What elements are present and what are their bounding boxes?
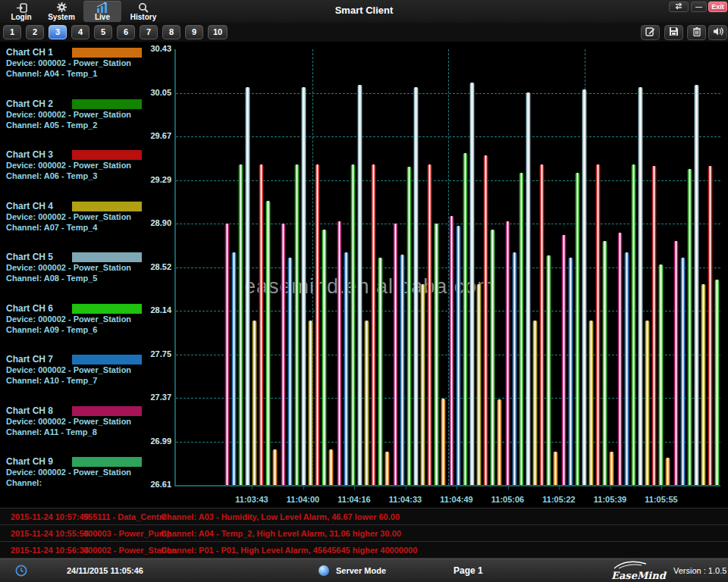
y-tick-label: 28.90 [120, 218, 171, 227]
x-tick-mark [406, 487, 406, 490]
bar-orange [665, 458, 670, 485]
gear-icon [56, 2, 67, 13]
page-tab-3[interactable]: 3 [49, 25, 67, 39]
bar-lightsteel [582, 89, 587, 485]
bar-palegreen [265, 201, 271, 485]
bar-crimson [505, 221, 510, 485]
status-bar: 24/11/2015 11:05:46 Server Mode Page 1 E… [0, 559, 728, 582]
page-tab-10[interactable]: 10 [208, 25, 228, 39]
version-label: Version : 1.0.5 [673, 566, 726, 575]
y-tick-label: 30.43 [120, 44, 171, 53]
delete-button[interactable] [687, 25, 706, 40]
page-tab-9[interactable]: 9 [185, 25, 203, 39]
channel-legend-2[interactable]: Chart CH 2Device: 000002 - Power_Station… [6, 99, 173, 130]
page-tab-7[interactable]: 7 [140, 25, 158, 39]
channel-legend-8[interactable]: Chart CH 8Device: 000002 - Power_Station… [6, 405, 173, 437]
exit-button[interactable]: Exit [708, 2, 727, 12]
brand-logo: EaseMind [611, 561, 670, 581]
bar-red [315, 164, 320, 485]
alarm-device: 555111 - Data_Centre [83, 512, 167, 521]
page-tab-8[interactable]: 8 [162, 25, 180, 39]
bar-olive [252, 321, 257, 485]
bar-red [708, 166, 713, 485]
bar-olive [476, 284, 482, 485]
bar-orange [553, 452, 558, 485]
alarm-row-2[interactable]: 2015-11-24 10:55:56000003 - Power_PumpCh… [0, 525, 728, 542]
channel-device: Device: 000002 - Power_Station [6, 314, 173, 324]
channel-device: Device: 000002 - Power_Station [6, 467, 173, 477]
magnifier-icon [138, 2, 149, 13]
bar-orange [609, 452, 614, 485]
clock-icon [15, 565, 27, 578]
bar-blue [287, 258, 293, 485]
page-tab-6[interactable]: 6 [117, 25, 135, 39]
channel-title: Chart CH 1 [6, 47, 53, 58]
y-tick-label: 27.37 [120, 393, 171, 402]
bar-crimson [617, 233, 623, 485]
alarm-message: Channel: A04 - Temp_2, High Level Alarm,… [161, 529, 401, 538]
y-tick-label: 29.67 [120, 131, 171, 140]
bar-palegreen [546, 255, 551, 485]
channel-channel: Channel: A11 - Temp_8 [6, 427, 173, 437]
edit-icon [645, 26, 655, 39]
channel-legend-4[interactable]: Chart CH 4Device: 000002 - Power_Station… [6, 201, 173, 233]
bar-crimson [561, 235, 566, 485]
login-label: Login [11, 13, 31, 21]
bar-green [575, 173, 580, 485]
bar-green [350, 164, 356, 485]
page-tab-1[interactable]: 1 [3, 25, 21, 39]
alarm-row-3[interactable]: 2015-11-24 10:56:34000002 - Power_Statio… [0, 542, 728, 559]
history-button[interactable]: History [124, 1, 162, 22]
bar-crimson [449, 216, 454, 485]
bar-green [238, 164, 243, 485]
bar-red [371, 164, 376, 485]
speaker-icon [713, 26, 723, 39]
channel-title: Chart CH 3 [6, 149, 53, 160]
smart-client-window: Login System Live History Smart Client [0, 0, 728, 582]
bar-crimson [393, 224, 398, 485]
x-tick-mark [610, 487, 611, 490]
bar-lightsteel [526, 92, 531, 485]
y-tick-label: 29.29 [120, 175, 171, 184]
chart-panel: easemind.en.alibaba.com Chart CH 1Device… [0, 42, 728, 508]
channel-channel: Channel: A04 - Temp_1 [6, 68, 173, 79]
page-tab-5[interactable]: 5 [94, 25, 112, 39]
channel-color-swatch [72, 150, 142, 160]
system-button[interactable]: System [44, 1, 79, 22]
bar-olive [308, 321, 313, 485]
bar-blue [680, 258, 686, 485]
channel-title: Chart CH 9 [6, 456, 53, 467]
bar-green [687, 169, 692, 485]
bar-lightsteel [413, 87, 419, 485]
channel-channel: Channel: A09 - Temp_6 [6, 324, 173, 335]
page-tabs: 12345678910 [0, 23, 728, 42]
edit-button[interactable] [641, 25, 660, 40]
channel-color-swatch [72, 406, 142, 416]
x-axis-line [174, 485, 720, 487]
live-label: Live [95, 13, 110, 21]
x-tick-mark [252, 487, 253, 490]
x-tick-label: 11:05:55 [631, 495, 692, 504]
alarm-row-1[interactable]: 2015-11-24 10:57:49555111 - Data_CentreC… [0, 508, 728, 525]
save-button[interactable] [664, 25, 683, 40]
login-button[interactable]: Login [5, 1, 38, 22]
x-tick-mark [559, 487, 560, 490]
bar-red [595, 164, 601, 485]
channel-legend-7[interactable]: Chart CH 7Device: 000002 - Power_Station… [6, 354, 173, 386]
alarm-message: Channel: P01 - P01, High Level Alarm, 45… [161, 546, 417, 555]
save-icon [669, 26, 679, 39]
channel-device: Device: 000002 - Power_Station [6, 58, 173, 68]
bar-lightsteel [469, 83, 475, 485]
bar-orange [328, 449, 334, 485]
channel-channel: Channel: A05 - Temp_2 [6, 120, 173, 130]
sound-button[interactable] [708, 25, 727, 40]
y-tick-label: 26.61 [120, 480, 171, 489]
live-button[interactable]: Live [83, 1, 121, 22]
page-tab-2[interactable]: 2 [26, 25, 44, 39]
bar-lightsteel [638, 87, 643, 485]
minimize-button[interactable]: — [691, 2, 707, 12]
bar-lightsteel [245, 87, 250, 485]
page-tab-4[interactable]: 4 [71, 25, 89, 39]
y-tick-label: 28.14 [120, 305, 171, 314]
switch-view-button[interactable] [669, 2, 689, 12]
